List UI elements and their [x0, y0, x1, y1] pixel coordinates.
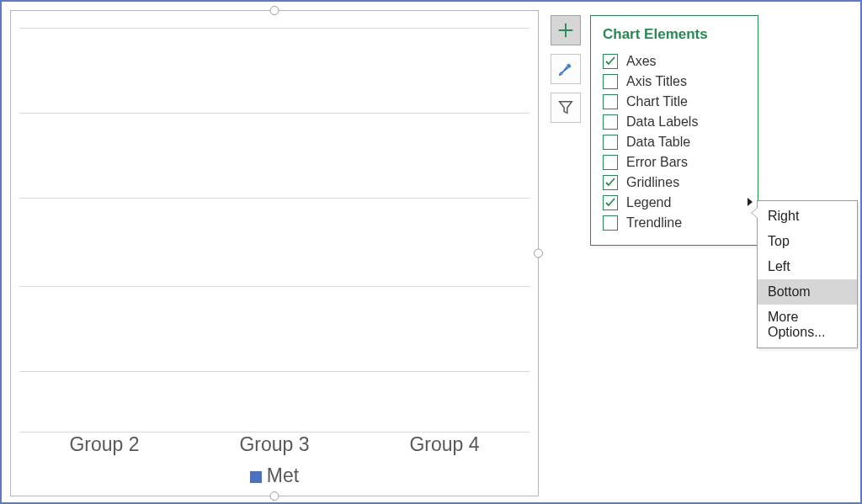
chart-elements-flyout: Chart Elements Axes Axis Titles Chart Ti…	[590, 15, 758, 246]
legend-series-label: Met	[267, 464, 299, 486]
item-label: Chart Title	[626, 94, 688, 109]
checkbox-icon[interactable]	[603, 195, 618, 210]
x-axis-labels: Group 2 Group 3 Group 4	[19, 433, 529, 456]
legend-top[interactable]: Top	[758, 229, 857, 254]
selection-handle[interactable]	[534, 249, 543, 258]
selection-handle[interactable]	[270, 6, 279, 15]
chart-styles-button[interactable]	[551, 54, 581, 84]
chart-element-axes[interactable]: Axes	[603, 51, 746, 72]
chart-elements-button[interactable]	[551, 15, 581, 45]
checkbox-icon[interactable]	[603, 215, 618, 231]
chart-element-gridlines[interactable]: Gridlines	[603, 172, 746, 193]
gridline	[19, 432, 529, 432]
chart-element-error-bars[interactable]: Error Bars	[603, 152, 746, 172]
item-label: Trendline	[626, 215, 682, 231]
chart-element-data-table[interactable]: Data Table	[603, 132, 746, 152]
legend-right[interactable]: Right	[758, 204, 857, 229]
checkbox-icon[interactable]	[603, 74, 618, 89]
chart-element-trendline[interactable]: Trendline	[603, 213, 746, 233]
submenu-notch	[752, 208, 758, 218]
legend-swatch	[250, 471, 262, 483]
legend-left[interactable]: Left	[758, 254, 857, 279]
chart-element-chart-title[interactable]: Chart Title	[603, 92, 746, 112]
chart-filters-button[interactable]	[551, 93, 581, 123]
checkbox-icon[interactable]	[603, 155, 618, 170]
chart-area[interactable]: Group 2 Group 3 Group 4 Met	[10, 10, 539, 496]
brush-icon	[556, 60, 575, 78]
checkbox-icon[interactable]	[603, 54, 618, 69]
chart-element-legend[interactable]: Legend	[603, 193, 746, 213]
chart-legend[interactable]: Met	[11, 464, 538, 487]
item-label: Axis Titles	[626, 74, 687, 89]
item-label: Data Labels	[626, 114, 698, 130]
funnel-icon	[556, 98, 575, 117]
checkbox-icon[interactable]	[603, 135, 618, 150]
x-axis-label[interactable]: Group 2	[19, 433, 189, 456]
checkbox-icon[interactable]	[603, 175, 618, 190]
plot-area[interactable]	[19, 28, 529, 432]
legend-more-options[interactable]: More Options...	[758, 305, 857, 345]
flyout-title: Chart Elements	[603, 26, 746, 43]
x-axis-label[interactable]: Group 4	[359, 433, 529, 456]
checkbox-icon[interactable]	[603, 94, 618, 109]
item-label: Error Bars	[626, 155, 688, 170]
chart-element-data-labels[interactable]: Data Labels	[603, 112, 746, 132]
x-axis-label[interactable]: Group 3	[189, 433, 359, 456]
legend-bottom[interactable]: Bottom	[758, 279, 857, 305]
checkbox-icon[interactable]	[603, 114, 618, 130]
chart-element-axis-titles[interactable]: Axis Titles	[603, 72, 746, 92]
chart-quick-tools	[551, 15, 584, 123]
legend-position-submenu: Right Top Left Bottom More Options...	[757, 200, 858, 348]
item-label: Data Table	[626, 135, 690, 150]
bars-container	[19, 28, 529, 432]
item-label: Gridlines	[626, 175, 679, 190]
item-label: Axes	[626, 54, 657, 69]
selection-handle[interactable]	[270, 491, 279, 501]
plus-icon	[556, 21, 575, 40]
item-label: Legend	[626, 195, 671, 210]
